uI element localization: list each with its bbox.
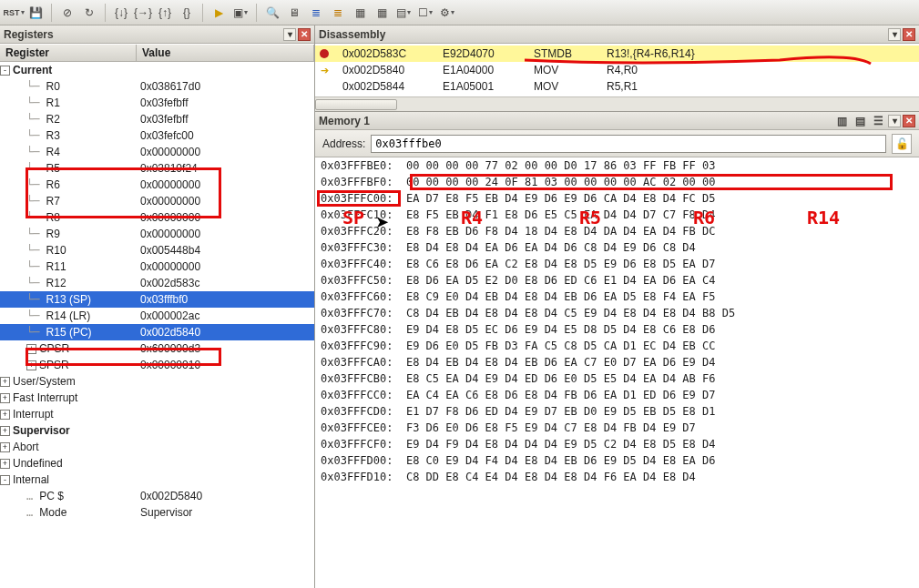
grid2-icon[interactable]: ▦: [372, 3, 392, 23]
register-row[interactable]: +Undefined: [0, 455, 314, 471]
memory-row[interactable]: 0x03FFFD00: E8 C0 E9 D4 F4 D4 E8 D4 EB D…: [315, 452, 919, 469]
register-row[interactable]: └─ R120x002d583c: [0, 275, 314, 291]
step-over-icon[interactable]: {→}: [133, 3, 153, 23]
memory-header: Memory 1 ▥ ▤ ☰ ▾ ✕: [315, 112, 919, 130]
register-row[interactable]: +Interrupt: [0, 406, 314, 422]
stop-icon[interactable]: ⊘: [57, 3, 77, 23]
register-row[interactable]: -Internal: [0, 471, 314, 488]
disassembly-row[interactable]: ➔0x002D5840E1A04000MOVR4,R0: [315, 62, 919, 78]
expand-icon[interactable]: -: [0, 475, 10, 485]
rst-button[interactable]: RST: [4, 3, 24, 23]
register-row[interactable]: └─ R60x00000000: [0, 177, 314, 193]
registers-panel: Registers ▾ ✕ Register Value -Current └─…: [0, 25, 315, 588]
dis-hscrollbar[interactable]: [315, 96, 919, 111]
register-row[interactable]: +User/System: [0, 373, 314, 390]
step-into-icon[interactable]: {↓}: [111, 3, 131, 23]
memory-row[interactable]: 0x03FFFC40: E8 C6 E8 D6 EA C2 E8 D4 E8 D…: [315, 256, 919, 272]
grid1-icon[interactable]: ▦: [350, 3, 370, 23]
memory-row[interactable]: 0x03FFFC70: C8 D4 EB D4 E8 D4 E8 D4 C5 E…: [315, 305, 919, 321]
step-out-icon[interactable]: {↑}: [155, 3, 175, 23]
expand-icon[interactable]: +: [26, 360, 36, 370]
memory-row[interactable]: 0x03FFFCA0: E8 D4 EB D4 E8 D4 EB D6 EA C…: [315, 354, 919, 370]
register-row[interactable]: └─ R70x00000000: [0, 193, 314, 209]
disassembly-row[interactable]: 0x002D5844E1A05001MOVR5,R1: [315, 78, 919, 95]
expand-icon[interactable]: +: [0, 442, 10, 452]
window-dd-icon[interactable]: ☐: [415, 3, 435, 23]
run-to-icon[interactable]: {}: [177, 3, 197, 23]
mem-ic2[interactable]: ▤: [852, 113, 868, 129]
register-row[interactable]: +CPSR0x600000d3: [0, 340, 314, 357]
register-row[interactable]: └─ R100x005448b4: [0, 242, 314, 259]
breakpoint-icon[interactable]: [320, 49, 329, 58]
expand-icon[interactable]: +: [0, 377, 10, 387]
expand-icon[interactable]: +: [0, 410, 10, 420]
register-row[interactable]: +Abort: [0, 439, 314, 455]
expand-icon[interactable]: +: [26, 344, 36, 354]
dis-close-icon[interactable]: ✕: [903, 28, 915, 41]
mem-ic3[interactable]: ☰: [870, 113, 886, 129]
table-dd-icon[interactable]: ▤: [393, 3, 414, 23]
register-row[interactable]: └─ R00x038617d0: [0, 78, 314, 95]
memory-row[interactable]: 0x03FFFC30: E8 D4 E8 D4 EA D6 EA D4 D6 C…: [315, 239, 919, 256]
memory-hex-view[interactable]: 0x03FFFBE0: 00 00 00 00 77 02 00 00 D0 1…: [315, 157, 919, 588]
memory-row[interactable]: 0x03FFFC00: EA D7 E8 F5 EB D4 E9 D6 E9 D…: [315, 190, 919, 207]
gear-dd-icon[interactable]: ⚙: [437, 3, 457, 23]
register-row[interactable]: └─ R110x00000000: [0, 259, 314, 275]
stack-v-icon[interactable]: ≣: [328, 3, 348, 23]
register-row[interactable]: └─ R14 (LR)0x000002ac: [0, 308, 314, 324]
memory-row[interactable]: 0x03FFFBE0: 00 00 00 00 77 02 00 00 D0 1…: [315, 157, 919, 174]
register-row[interactable]: +SPSR0x00000010: [0, 357, 314, 373]
memory-row[interactable]: 0x03FFFCE0: F3 D6 E0 D6 E8 F5 E9 D4 C7 E…: [315, 420, 919, 436]
lock-icon[interactable]: 🔓: [892, 134, 912, 154]
register-row[interactable]: └─ R15 (PC)0x002d5840: [0, 324, 314, 340]
disassembly-row[interactable]: 0x002D583CE92D4070STMDBR13!,{R4-R6,R14}: [315, 46, 919, 62]
memory-row[interactable]: 0x03FFFCB0: E8 C5 EA D4 E9 D4 ED D6 E0 D…: [315, 370, 919, 387]
register-row[interactable]: └─ R13 (SP)0x03fffbf0: [0, 291, 314, 308]
register-row[interactable]: └─ R20x03fefbff: [0, 111, 314, 127]
register-row[interactable]: +Fast Interrupt: [0, 390, 314, 406]
col-value[interactable]: Value: [137, 45, 314, 61]
memory-row[interactable]: 0x03FFFC20: E8 F8 EB D6 F8 D4 18 D4 E8 D…: [315, 223, 919, 239]
memory-row[interactable]: 0x03FFFC80: E9 D4 E8 D5 EC D6 E9 D4 E5 D…: [315, 321, 919, 338]
sync-icon[interactable]: ↻: [79, 3, 99, 23]
play-dd-icon[interactable]: ▶: [209, 3, 229, 23]
dis-pin-icon[interactable]: ▾: [888, 28, 901, 41]
memory-row[interactable]: 0x03FFFC50: E8 D6 EA D5 E2 D0 E8 D6 ED C…: [315, 272, 919, 289]
memory-row[interactable]: 0x03FFFBF0: 00 00 00 00 24 0F 81 03 00 0…: [315, 174, 919, 190]
box-dd-icon[interactable]: ▣: [230, 3, 250, 23]
pin-icon[interactable]: ▾: [283, 28, 296, 41]
register-row[interactable]: └─ R80x00000000: [0, 209, 314, 226]
stack-h-icon[interactable]: ≣: [306, 3, 326, 23]
mem-pin-icon[interactable]: ▾: [888, 115, 901, 127]
disassembly-list[interactable]: 0x002D583CE92D4070STMDBR13!,{R4-R6,R14}➔…: [315, 44, 919, 96]
mem-ic1[interactable]: ▥: [833, 113, 850, 129]
search-icon[interactable]: 🔍: [262, 3, 282, 23]
expand-icon[interactable]: +: [0, 426, 10, 436]
register-row[interactable]: └─ R90x00000000: [0, 226, 314, 242]
memory-row[interactable]: 0x03FFFCD0: E1 D7 F8 D6 ED D4 E9 D7 EB D…: [315, 403, 919, 420]
screen-icon[interactable]: 🖥: [284, 3, 304, 23]
register-row[interactable]: └─ R10x03fefbff: [0, 95, 314, 111]
memory-row[interactable]: 0x03FFFCC0: EA C4 EA C6 E8 D6 E8 D4 FB D…: [315, 387, 919, 403]
register-row[interactable]: … PC $0x002D5840: [0, 488, 314, 504]
memory-row[interactable]: 0x03FFFC60: E8 C9 E0 D4 EB D4 E8 D4 EB D…: [315, 289, 919, 305]
registers-tree[interactable]: Register Value -Current └─ R00x038617d0 …: [0, 44, 314, 588]
register-row[interactable]: └─ R40x00000000: [0, 144, 314, 160]
expand-icon[interactable]: +: [0, 393, 10, 403]
memory-address-input[interactable]: [371, 135, 886, 153]
register-row[interactable]: -Current: [0, 62, 314, 78]
expand-icon[interactable]: -: [0, 66, 10, 76]
col-register[interactable]: Register: [0, 45, 137, 61]
register-row[interactable]: └─ R50x03810f24: [0, 160, 314, 177]
mem-close-icon[interactable]: ✕: [903, 115, 915, 127]
register-row[interactable]: +Supervisor: [0, 422, 314, 439]
expand-icon[interactable]: +: [0, 459, 10, 469]
save-icon[interactable]: 💾: [26, 3, 46, 23]
register-row[interactable]: └─ R30x03fefc00: [0, 127, 314, 144]
memory-row[interactable]: 0x03FFFD10: C8 DD E8 C4 E4 D4 E8 D4 E8 D…: [315, 469, 919, 485]
memory-row[interactable]: 0x03FFFC10: E8 F5 EB D4 F1 E8 D6 E5 C5 E…: [315, 207, 919, 223]
memory-row[interactable]: 0x03FFFC90: E9 D6 E0 D5 FB D3 FA C5 C8 D…: [315, 338, 919, 354]
memory-row[interactable]: 0x03FFFCF0: E9 D4 F9 D4 E8 D4 D4 D4 E9 D…: [315, 436, 919, 452]
register-row[interactable]: … ModeSupervisor: [0, 504, 314, 521]
close-icon[interactable]: ✕: [298, 28, 311, 41]
